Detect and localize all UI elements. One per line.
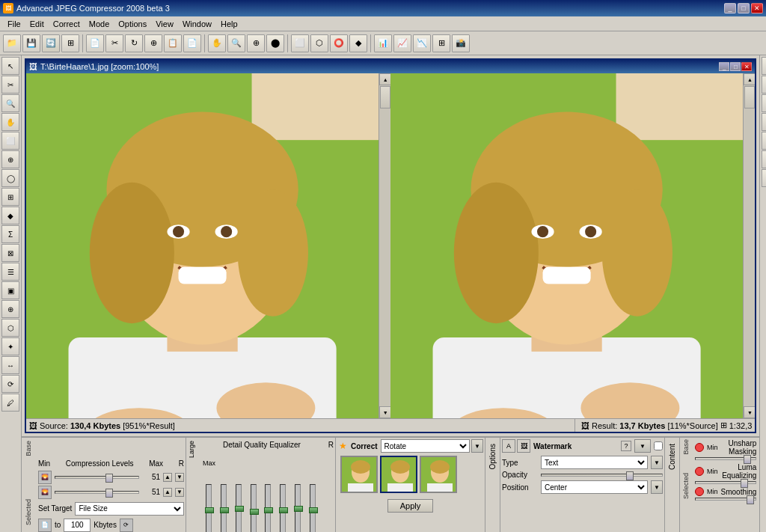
left-tool-2[interactable]: ✂: [1, 76, 19, 94]
toolbar-undo[interactable]: 🔄: [42, 34, 60, 52]
toolbar-chart2[interactable]: 📈: [393, 34, 411, 52]
rotate-select[interactable]: Rotate: [381, 439, 470, 453]
image-minimize-button[interactable]: _: [719, 62, 729, 71]
watermark-checkbox[interactable]: [654, 441, 663, 450]
wm-icon-1[interactable]: A: [502, 439, 515, 453]
image-close-button[interactable]: ✕: [741, 62, 752, 71]
toolbar-circle2[interactable]: ⬤: [266, 34, 284, 52]
eq-slider-8[interactable]: [310, 484, 316, 532]
close-button[interactable]: ✕: [751, 3, 763, 13]
maximize-button[interactable]: □: [738, 3, 750, 13]
eq-slider-4[interactable]: [251, 484, 257, 532]
left-tool-14[interactable]: ⊕: [1, 300, 19, 318]
eq-thumb-6[interactable]: [279, 507, 288, 513]
eq-thumb-4[interactable]: [250, 509, 259, 515]
content-tab[interactable]: Content: [667, 441, 678, 473]
opacity-slider-thumb[interactable]: [626, 471, 634, 480]
left-tool-10[interactable]: Σ: [1, 225, 19, 243]
target-type-select[interactable]: File Size: [75, 502, 184, 516]
slider1-thumb[interactable]: [105, 474, 113, 483]
toolbar-diamond[interactable]: ◆: [349, 34, 367, 52]
slider2-thumb[interactable]: [105, 489, 113, 498]
left-tool-1[interactable]: ↖: [1, 57, 19, 75]
result-scroll-up[interactable]: ▲: [744, 73, 755, 85]
compression-slider-2[interactable]: [55, 491, 139, 494]
toolbar-chart3[interactable]: 📉: [413, 34, 431, 52]
thumbnail-3[interactable]: [420, 456, 457, 493]
slider2-down[interactable]: ▼: [175, 488, 184, 497]
slider2-up[interactable]: ▲: [163, 488, 172, 497]
right-tool-layers[interactable]: ▣: [762, 150, 766, 168]
type-dropdown-button[interactable]: ▼: [651, 456, 663, 469]
right-tool-grid[interactable]: ⊞: [762, 132, 766, 150]
unsharp-slider[interactable]: [695, 457, 756, 460]
eq-thumb-5[interactable]: [264, 507, 273, 513]
left-tool-6[interactable]: ⊕: [1, 150, 19, 168]
toolbar-circle[interactable]: ⊕: [144, 34, 162, 52]
left-tool-4[interactable]: ✋: [1, 113, 19, 131]
luma-slider[interactable]: [695, 481, 756, 484]
result-scroll-track[interactable]: [744, 85, 755, 406]
toolbar-save[interactable]: 💾: [22, 34, 40, 52]
menu-window[interactable]: Window: [178, 18, 216, 30]
menu-correct[interactable]: Correct: [49, 18, 85, 30]
result-scroll-thumb[interactable]: [744, 86, 755, 108]
toolbar-hex[interactable]: ⬡: [310, 34, 328, 52]
thumbnail-2[interactable]: [380, 456, 417, 493]
scroll-down-button[interactable]: ▼: [379, 406, 390, 418]
eq-slider-3[interactable]: [236, 484, 242, 532]
toolbar-new[interactable]: 📁: [3, 34, 21, 52]
right-tool-100[interactable]: 1:1: [762, 94, 766, 112]
wm-icon-2[interactable]: 🖼: [517, 439, 530, 453]
menu-mode[interactable]: Mode: [85, 18, 114, 30]
eq-thumb-8[interactable]: [309, 507, 318, 513]
slider1-up[interactable]: ▲: [163, 473, 172, 482]
left-tool-12[interactable]: ☰: [1, 263, 19, 281]
toolbar-paste[interactable]: 📄: [183, 34, 201, 52]
toolbar-open[interactable]: 📄: [86, 34, 104, 52]
scroll-up-button[interactable]: ▲: [379, 73, 390, 85]
luma-thumb[interactable]: [741, 479, 748, 488]
right-tool-zoomin[interactable]: 🔍: [762, 76, 766, 94]
apply-button[interactable]: Apply: [387, 499, 434, 513]
toolbar-oval[interactable]: ⭕: [330, 34, 348, 52]
unsharp-thumb[interactable]: [744, 455, 751, 464]
menu-file[interactable]: File: [3, 18, 25, 30]
toolbar-grid[interactable]: ⊞: [432, 34, 450, 52]
eq-thumb-7[interactable]: [294, 506, 303, 512]
target-refresh-icon[interactable]: ⟳: [120, 519, 133, 532]
left-tool-17[interactable]: ↔: [1, 356, 19, 374]
result-scroll-down[interactable]: ▼: [744, 406, 755, 418]
left-tool-16[interactable]: ✦: [1, 337, 19, 355]
left-tool-7[interactable]: ◯: [1, 169, 19, 187]
toolbar-camera[interactable]: 📸: [452, 34, 470, 52]
right-tool-zoom[interactable]: ⊕: [762, 57, 766, 75]
eq-slider-1[interactable]: [206, 484, 212, 532]
toolbar-btn3[interactable]: ⊞: [61, 34, 79, 52]
eq-slider-5[interactable]: [265, 484, 271, 532]
right-tool-copy[interactable]: 📋: [762, 169, 766, 187]
toolbar-zoom[interactable]: 🔍: [227, 34, 245, 52]
toolbar-zoomin[interactable]: ⊕: [247, 34, 265, 52]
left-tool-3[interactable]: 🔍: [1, 94, 19, 112]
left-tool-18[interactable]: ⟳: [1, 375, 19, 393]
source-scrollbar[interactable]: ▲ ▼: [379, 73, 390, 418]
right-tool-rotate[interactable]: ⟳: [762, 113, 766, 131]
eq-slider-2[interactable]: [221, 484, 227, 532]
toolbar-copy[interactable]: 📋: [164, 34, 182, 52]
left-tool-9[interactable]: ◆: [1, 207, 19, 224]
menu-options[interactable]: Options: [114, 18, 151, 30]
watermark-help-button[interactable]: ?: [621, 441, 631, 451]
rotate-dropdown-button[interactable]: ▼: [471, 439, 483, 453]
smoothing-thumb[interactable]: [747, 495, 754, 504]
left-tool-15[interactable]: ⬡: [1, 319, 19, 337]
eq-slider-7[interactable]: [295, 484, 301, 532]
toolbar-rect[interactable]: ⬜: [291, 34, 309, 52]
options-tab[interactable]: Options: [487, 441, 498, 472]
menu-edit[interactable]: Edit: [25, 18, 49, 30]
thumbnail-1[interactable]: [340, 456, 378, 493]
toolbar-hand[interactable]: ✋: [208, 34, 226, 52]
eq-slider-6[interactable]: [280, 484, 286, 532]
toolbar-rotate[interactable]: ↻: [125, 34, 143, 52]
scroll-thumb[interactable]: [380, 86, 390, 108]
